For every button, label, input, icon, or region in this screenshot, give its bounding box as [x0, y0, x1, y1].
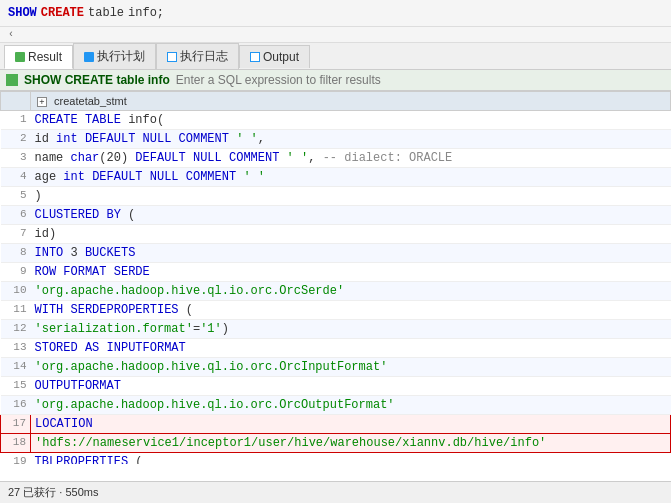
table-row: 7 id)	[1, 225, 671, 244]
table-row: 13STORED AS INPUTFORMAT	[1, 339, 671, 358]
code-cell: CREATE TABLE info(	[31, 111, 671, 130]
code-cell: id)	[31, 225, 671, 244]
code-cell: 'org.apache.hadoop.hive.ql.io.orc.OrcSer…	[31, 282, 671, 301]
table-row: 15OUTPUTFORMAT	[1, 377, 671, 396]
sql-show-keyword: SHOW	[8, 6, 37, 20]
table-row: 2 id int DEFAULT NULL COMMENT ' ',	[1, 130, 671, 149]
data-table-wrapper[interactable]: + createtab_stmt 1CREATE TABLE info(2 id…	[0, 91, 671, 464]
result-table: + createtab_stmt 1CREATE TABLE info(2 id…	[0, 91, 671, 464]
code-cell: OUTPUTFORMAT	[31, 377, 671, 396]
filter-input[interactable]	[176, 73, 665, 87]
line-number: 10	[1, 282, 31, 301]
expand-icon[interactable]: +	[37, 97, 47, 107]
result-header-icon	[6, 74, 18, 86]
column-header-createtab: + createtab_stmt	[31, 92, 671, 111]
table-row: 6CLUSTERED BY (	[1, 206, 671, 225]
result-header: SHOW CREATE table info	[0, 70, 671, 91]
line-number: 13	[1, 339, 31, 358]
table-row: 4 age int DEFAULT NULL COMMENT ' '	[1, 168, 671, 187]
line-number: 6	[1, 206, 31, 225]
table-row: 10 'org.apache.hadoop.hive.ql.io.orc.Orc…	[1, 282, 671, 301]
collapse-arrow[interactable]: ‹	[0, 27, 671, 43]
line-number: 15	[1, 377, 31, 396]
log-icon	[167, 52, 177, 62]
line-number: 8	[1, 244, 31, 263]
code-cell: 'org.apache.hadoop.hive.ql.io.orc.OrcInp…	[31, 358, 671, 377]
tab-output[interactable]: Output	[239, 45, 310, 68]
line-number: 11	[1, 301, 31, 320]
line-number: 16	[1, 396, 31, 415]
tab-result-label: Result	[28, 50, 62, 64]
status-text: 27 已获行 · 550ms	[8, 486, 98, 498]
table-row: 5)	[1, 187, 671, 206]
table-row: 14 'org.apache.hadoop.hive.ql.io.orc.Orc…	[1, 358, 671, 377]
code-cell: STORED AS INPUTFORMAT	[31, 339, 671, 358]
sql-table-name: info;	[128, 6, 164, 20]
tab-bar: Result 执行计划 执行日志 Output	[0, 43, 671, 70]
table-row: 8INTO 3 BUCKETS	[1, 244, 671, 263]
line-number: 5	[1, 187, 31, 206]
line-number: 18	[1, 434, 31, 453]
code-cell: id int DEFAULT NULL COMMENT ' ',	[31, 130, 671, 149]
line-number: 12	[1, 320, 31, 339]
line-number: 14	[1, 358, 31, 377]
code-cell: ROW FORMAT SERDE	[31, 263, 671, 282]
code-cell: age int DEFAULT NULL COMMENT ' '	[31, 168, 671, 187]
code-cell: 'hdfs://nameservice1/inceptor1/user/hive…	[31, 434, 671, 453]
table-row: 1CREATE TABLE info(	[1, 111, 671, 130]
sql-create-keyword: CREATE	[41, 6, 84, 20]
table-row: 17LOCATION	[1, 415, 671, 434]
tab-plan-label: 执行计划	[97, 48, 145, 65]
result-title: SHOW CREATE table info	[24, 73, 170, 87]
tab-execution-log[interactable]: 执行日志	[156, 43, 239, 69]
line-number: 17	[1, 415, 31, 434]
code-cell: WITH SERDEPROPERTIES (	[31, 301, 671, 320]
line-number: 7	[1, 225, 31, 244]
column-name: createtab_stmt	[54, 95, 127, 107]
code-cell: 'org.apache.hadoop.hive.ql.io.orc.OrcOut…	[31, 396, 671, 415]
table-row: 18 'hdfs://nameservice1/inceptor1/user/h…	[1, 434, 671, 453]
tab-log-label: 执行日志	[180, 48, 228, 65]
table-row: 12 'serialization.format'='1')	[1, 320, 671, 339]
line-number: 9	[1, 263, 31, 282]
tab-result[interactable]: Result	[4, 45, 73, 69]
table-row: 16 'org.apache.hadoop.hive.ql.io.orc.Orc…	[1, 396, 671, 415]
table-row: 19TBLPROPERTIES (	[1, 453, 671, 465]
line-number: 3	[1, 149, 31, 168]
sql-bar: SHOW CREATE table info;	[0, 0, 671, 27]
result-icon	[15, 52, 25, 62]
line-number: 4	[1, 168, 31, 187]
output-icon	[250, 52, 260, 62]
status-bar: 27 已获行 · 550ms	[0, 481, 671, 503]
code-cell: CLUSTERED BY (	[31, 206, 671, 225]
code-cell: name char(20) DEFAULT NULL COMMENT ' ', …	[31, 149, 671, 168]
code-cell: INTO 3 BUCKETS	[31, 244, 671, 263]
code-cell: )	[31, 187, 671, 206]
code-cell: 'serialization.format'='1')	[31, 320, 671, 339]
table-row: 11WITH SERDEPROPERTIES (	[1, 301, 671, 320]
sql-table-keyword: table	[88, 6, 124, 20]
line-number: 1	[1, 111, 31, 130]
tab-output-label: Output	[263, 50, 299, 64]
code-cell: TBLPROPERTIES (	[31, 453, 671, 465]
plan-icon	[84, 52, 94, 62]
tab-execution-plan[interactable]: 执行计划	[73, 43, 156, 69]
table-row: 3 name char(20) DEFAULT NULL COMMENT ' '…	[1, 149, 671, 168]
line-number: 2	[1, 130, 31, 149]
code-cell: LOCATION	[31, 415, 671, 434]
column-header-row: + createtab_stmt	[1, 92, 671, 111]
table-row: 9ROW FORMAT SERDE	[1, 263, 671, 282]
line-number: 19	[1, 453, 31, 465]
